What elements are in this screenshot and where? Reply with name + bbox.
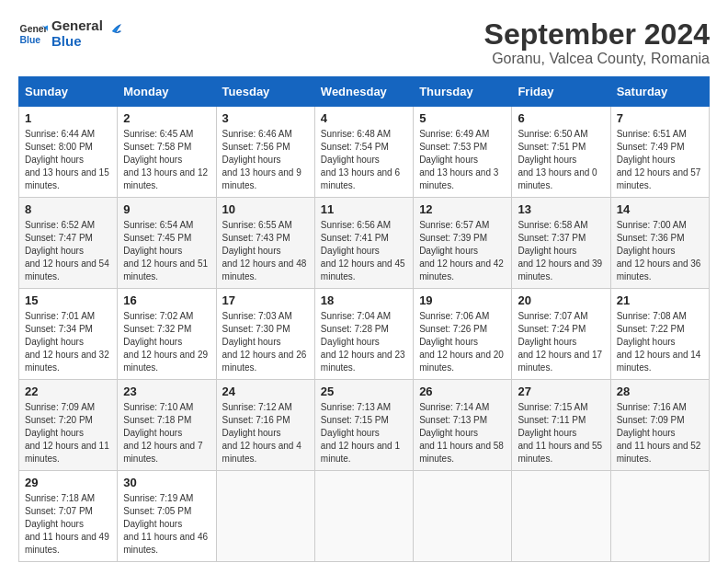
- day-number: 23: [123, 385, 210, 398]
- day-number: 17: [222, 293, 309, 307]
- logo-text-general: General: [51, 18, 103, 34]
- header-thursday: Thursday: [414, 77, 512, 107]
- logo-bird-icon: [103, 18, 121, 44]
- day-number: 13: [518, 202, 604, 216]
- day-info: Sunrise: 6:57 AM Sunset: 7:39 PM Dayligh…: [419, 219, 506, 283]
- calendar-cell: 15 Sunrise: 7:01 AM Sunset: 7:34 PM Dayl…: [19, 289, 118, 380]
- calendar-cell: 21 Sunrise: 7:08 AM Sunset: 7:22 PM Dayl…: [610, 289, 709, 380]
- calendar-cell: 1 Sunrise: 6:44 AM Sunset: 8:00 PM Dayli…: [19, 107, 118, 198]
- day-info: Sunrise: 6:48 AM Sunset: 7:54 PM Dayligh…: [321, 128, 407, 192]
- day-number: 2: [123, 111, 210, 125]
- day-number: 19: [419, 293, 506, 307]
- day-info: Sunrise: 6:54 AM Sunset: 7:45 PM Dayligh…: [123, 219, 210, 283]
- calendar-week-row: 22 Sunrise: 7:09 AM Sunset: 7:20 PM Dayl…: [19, 380, 710, 471]
- calendar-cell: 3 Sunrise: 6:46 AM Sunset: 7:56 PM Dayli…: [216, 107, 314, 198]
- day-number: 21: [617, 293, 703, 307]
- title-block: September 2024 Goranu, Valcea County, Ro…: [484, 18, 710, 67]
- day-info: Sunrise: 7:07 AM Sunset: 7:24 PM Dayligh…: [518, 310, 604, 374]
- day-number: 18: [321, 293, 407, 307]
- day-info: Sunrise: 7:02 AM Sunset: 7:32 PM Dayligh…: [123, 310, 210, 374]
- header-friday: Friday: [512, 77, 610, 107]
- calendar-cell: 7 Sunrise: 6:51 AM Sunset: 7:49 PM Dayli…: [610, 107, 709, 198]
- logo: General Blue General Blue: [18, 18, 121, 49]
- day-info: Sunrise: 6:52 AM Sunset: 7:47 PM Dayligh…: [25, 219, 111, 283]
- day-info: Sunrise: 7:15 AM Sunset: 7:11 PM Dayligh…: [518, 401, 604, 465]
- day-number: 10: [222, 202, 309, 216]
- day-number: 6: [518, 111, 604, 125]
- calendar-header-row: SundayMondayTuesdayWednesdayThursdayFrid…: [19, 77, 710, 107]
- day-info: Sunrise: 7:09 AM Sunset: 7:20 PM Dayligh…: [25, 401, 111, 465]
- calendar-cell: 29 Sunrise: 7:18 AM Sunset: 7:07 PM Dayl…: [19, 471, 118, 562]
- page-subtitle: Goranu, Valcea County, Romania: [484, 51, 710, 67]
- calendar-cell: 30 Sunrise: 7:19 AM Sunset: 7:05 PM Dayl…: [118, 471, 216, 562]
- day-info: Sunrise: 7:19 AM Sunset: 7:05 PM Dayligh…: [123, 492, 210, 557]
- calendar-cell: 28 Sunrise: 7:16 AM Sunset: 7:09 PM Dayl…: [610, 380, 709, 471]
- day-number: 7: [617, 111, 703, 125]
- calendar-cell: 2 Sunrise: 6:45 AM Sunset: 7:58 PM Dayli…: [118, 107, 216, 198]
- day-number: 22: [25, 385, 111, 398]
- day-number: 3: [222, 111, 309, 125]
- calendar-table: SundayMondayTuesdayWednesdayThursdayFrid…: [18, 76, 710, 562]
- day-info: Sunrise: 7:13 AM Sunset: 7:15 PM Dayligh…: [321, 401, 407, 465]
- day-number: 8: [25, 202, 111, 216]
- day-info: Sunrise: 6:56 AM Sunset: 7:41 PM Dayligh…: [321, 219, 407, 283]
- calendar-week-row: 29 Sunrise: 7:18 AM Sunset: 7:07 PM Dayl…: [19, 471, 710, 562]
- day-info: Sunrise: 6:44 AM Sunset: 8:00 PM Dayligh…: [25, 128, 111, 192]
- calendar-cell: [216, 471, 314, 562]
- calendar-cell: 11 Sunrise: 6:56 AM Sunset: 7:41 PM Dayl…: [314, 198, 413, 289]
- calendar-cell: 22 Sunrise: 7:09 AM Sunset: 7:20 PM Dayl…: [19, 380, 118, 471]
- day-number: 9: [123, 202, 210, 216]
- logo-icon: General Blue: [18, 19, 48, 49]
- calendar-cell: [314, 471, 413, 562]
- calendar-cell: 4 Sunrise: 6:48 AM Sunset: 7:54 PM Dayli…: [314, 107, 413, 198]
- calendar-week-row: 8 Sunrise: 6:52 AM Sunset: 7:47 PM Dayli…: [19, 198, 710, 289]
- svg-text:Blue: Blue: [20, 34, 41, 44]
- day-info: Sunrise: 6:49 AM Sunset: 7:53 PM Dayligh…: [419, 128, 506, 192]
- day-info: Sunrise: 7:04 AM Sunset: 7:28 PM Dayligh…: [321, 310, 407, 374]
- calendar-cell: 10 Sunrise: 6:55 AM Sunset: 7:43 PM Dayl…: [216, 198, 314, 289]
- day-number: 14: [617, 202, 703, 216]
- calendar-cell: 14 Sunrise: 7:00 AM Sunset: 7:36 PM Dayl…: [610, 198, 709, 289]
- calendar-week-row: 1 Sunrise: 6:44 AM Sunset: 8:00 PM Dayli…: [19, 107, 710, 198]
- calendar-cell: 27 Sunrise: 7:15 AM Sunset: 7:11 PM Dayl…: [512, 380, 610, 471]
- day-number: 1: [25, 111, 111, 125]
- day-info: Sunrise: 7:10 AM Sunset: 7:18 PM Dayligh…: [123, 401, 210, 465]
- day-info: Sunrise: 7:08 AM Sunset: 7:22 PM Dayligh…: [617, 310, 703, 374]
- calendar-cell: 17 Sunrise: 7:03 AM Sunset: 7:30 PM Dayl…: [216, 289, 314, 380]
- calendar-cell: 20 Sunrise: 7:07 AM Sunset: 7:24 PM Dayl…: [512, 289, 610, 380]
- day-info: Sunrise: 7:06 AM Sunset: 7:26 PM Dayligh…: [419, 310, 506, 374]
- day-number: 5: [419, 111, 506, 125]
- calendar-cell: 19 Sunrise: 7:06 AM Sunset: 7:26 PM Dayl…: [414, 289, 512, 380]
- day-number: 27: [518, 385, 604, 398]
- page-title: September 2024: [484, 18, 710, 51]
- calendar-cell: 12 Sunrise: 6:57 AM Sunset: 7:39 PM Dayl…: [414, 198, 512, 289]
- header-sunday: Sunday: [19, 77, 118, 107]
- day-number: 30: [123, 476, 210, 489]
- calendar-cell: 8 Sunrise: 6:52 AM Sunset: 7:47 PM Dayli…: [19, 198, 118, 289]
- header-wednesday: Wednesday: [314, 77, 413, 107]
- day-info: Sunrise: 6:50 AM Sunset: 7:51 PM Dayligh…: [518, 128, 604, 192]
- day-info: Sunrise: 7:18 AM Sunset: 7:07 PM Dayligh…: [25, 492, 111, 557]
- day-number: 20: [518, 293, 604, 307]
- calendar-cell: 26 Sunrise: 7:14 AM Sunset: 7:13 PM Dayl…: [414, 380, 512, 471]
- day-number: 15: [25, 293, 111, 307]
- calendar-cell: 24 Sunrise: 7:12 AM Sunset: 7:16 PM Dayl…: [216, 380, 314, 471]
- calendar-cell: [512, 471, 610, 562]
- calendar-cell: 9 Sunrise: 6:54 AM Sunset: 7:45 PM Dayli…: [118, 198, 216, 289]
- calendar-cell: 13 Sunrise: 6:58 AM Sunset: 7:37 PM Dayl…: [512, 198, 610, 289]
- day-info: Sunrise: 6:45 AM Sunset: 7:58 PM Dayligh…: [123, 128, 210, 192]
- calendar-cell: 16 Sunrise: 7:02 AM Sunset: 7:32 PM Dayl…: [118, 289, 216, 380]
- day-info: Sunrise: 7:14 AM Sunset: 7:13 PM Dayligh…: [419, 401, 506, 465]
- calendar-cell: 18 Sunrise: 7:04 AM Sunset: 7:28 PM Dayl…: [314, 289, 413, 380]
- day-number: 11: [321, 202, 407, 216]
- calendar-week-row: 15 Sunrise: 7:01 AM Sunset: 7:34 PM Dayl…: [19, 289, 710, 380]
- day-number: 28: [617, 385, 703, 398]
- header-tuesday: Tuesday: [216, 77, 314, 107]
- svg-text:General: General: [20, 24, 48, 34]
- day-info: Sunrise: 7:03 AM Sunset: 7:30 PM Dayligh…: [222, 310, 309, 374]
- day-number: 29: [25, 476, 111, 489]
- day-number: 4: [321, 111, 407, 125]
- day-number: 26: [419, 385, 506, 398]
- day-number: 25: [321, 385, 407, 398]
- day-number: 16: [123, 293, 210, 307]
